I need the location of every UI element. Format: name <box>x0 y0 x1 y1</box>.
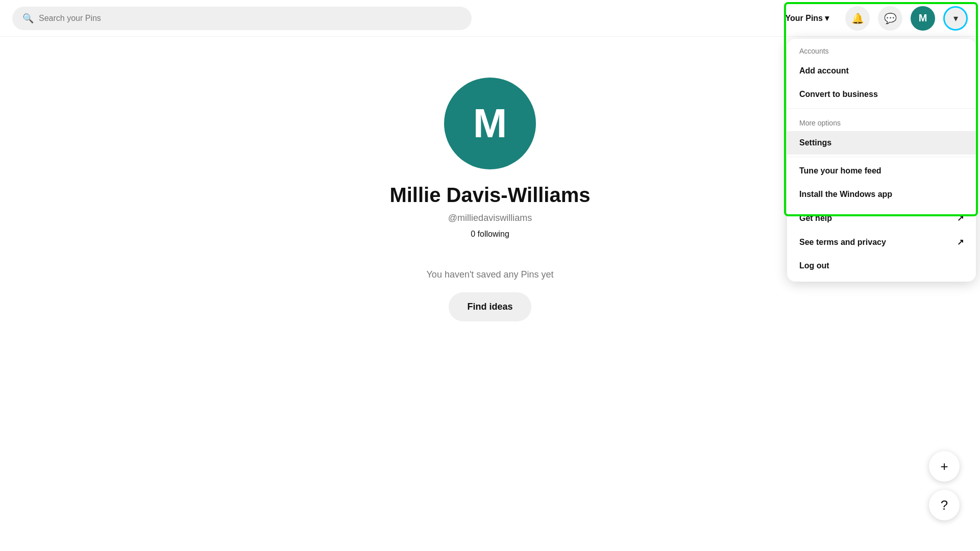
chevron-down-icon: ▾ <box>825 13 829 23</box>
search-bar[interactable]: 🔍 <box>12 7 472 30</box>
install-windows-app-item[interactable]: Install the Windows app <box>787 183 976 206</box>
search-input[interactable] <box>39 14 461 23</box>
convert-to-business-item[interactable]: Convert to business <box>787 83 976 106</box>
header: 🔍 Your Pins ▾ 🔔 💬 M ▾ <box>0 0 980 37</box>
messages-button[interactable]: 💬 <box>878 6 902 31</box>
notifications-button[interactable]: 🔔 <box>845 6 870 31</box>
search-icon: 🔍 <box>22 13 34 24</box>
tune-home-feed-item[interactable]: Tune your home feed <box>787 159 976 183</box>
fab-container: + ? <box>929 451 960 520</box>
bell-icon: 🔔 <box>851 12 864 24</box>
get-help-item[interactable]: Get help ↗ <box>787 206 976 230</box>
chevron-down-icon: ▾ <box>953 13 958 24</box>
no-pins-message: You haven't saved any Pins yet <box>427 269 554 280</box>
message-icon: 💬 <box>884 12 897 24</box>
plus-icon: + <box>940 459 948 474</box>
profile-name: Millie Davis-Williams <box>389 184 590 207</box>
more-options-section-label: More options <box>787 111 976 131</box>
find-ideas-button[interactable]: Find ideas <box>449 292 531 321</box>
add-fab-button[interactable]: + <box>929 451 960 482</box>
log-out-item[interactable]: Log out <box>787 254 976 278</box>
profile-handle: @milliedaviswilliams <box>448 213 532 223</box>
help-icon: ? <box>941 497 948 513</box>
accounts-section-label: Accounts <box>787 39 976 59</box>
profile-following: 0 following <box>471 230 509 239</box>
avatar-button[interactable]: M <box>911 6 935 31</box>
divider-2 <box>787 157 976 157</box>
help-fab-button[interactable]: ? <box>929 490 960 520</box>
settings-item[interactable]: Settings <box>787 131 976 155</box>
divider-1 <box>787 108 976 109</box>
dropdown-menu: Accounts Add account Convert to business… <box>787 39 976 282</box>
your-pins-button[interactable]: Your Pins ▾ <box>777 8 838 28</box>
header-right: Your Pins ▾ 🔔 💬 M ▾ <box>777 6 968 31</box>
dropdown-button[interactable]: ▾ <box>943 6 968 31</box>
external-link-icon-2: ↗ <box>957 237 964 247</box>
see-terms-privacy-item[interactable]: See terms and privacy ↗ <box>787 230 976 254</box>
profile-avatar: M <box>444 78 536 169</box>
external-link-icon: ↗ <box>957 213 964 223</box>
add-account-item[interactable]: Add account <box>787 59 976 83</box>
